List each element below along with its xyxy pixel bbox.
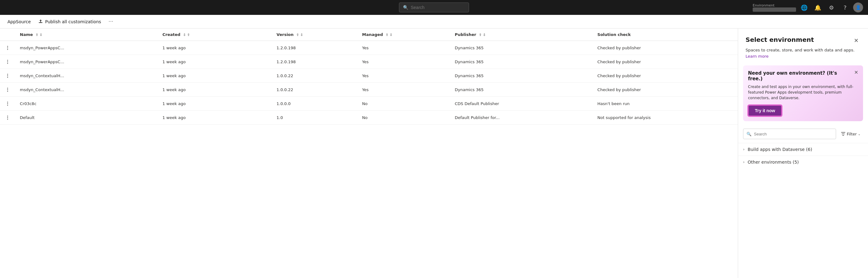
publish-icon: [38, 19, 43, 24]
filter-icon: [841, 132, 845, 136]
avatar[interactable]: 👤: [853, 2, 863, 12]
col-name-header[interactable]: Name ⇧ ⇩: [15, 29, 157, 41]
row-solution-check: Checked by publisher: [592, 83, 738, 97]
row-menu-cell[interactable]: [0, 41, 15, 55]
row-name: msdyn_ContextualH...: [15, 69, 157, 83]
row-solution-check: Checked by publisher: [592, 41, 738, 55]
row-name: Default: [15, 111, 157, 125]
dataverse-group-count: (6): [806, 147, 812, 152]
menu-dot: [7, 105, 8, 106]
row-context-menu[interactable]: [5, 100, 10, 106]
panel-close-button[interactable]: ✕: [852, 36, 861, 44]
menu-dot: [7, 74, 8, 75]
menu-dot: [7, 77, 8, 78]
col-created-header[interactable]: Created ⇩ ⇧: [157, 29, 272, 41]
row-name: msdyn_PowerAppsC...: [15, 41, 157, 55]
filter-chevron-icon: ⌄: [858, 132, 861, 136]
row-solution-check: Checked by publisher: [592, 55, 738, 69]
menu-dot: [7, 91, 8, 92]
created-sort-icon: ⇩ ⇧: [183, 33, 190, 37]
filter-label: Filter: [847, 132, 857, 136]
search-icon: 🔍: [403, 5, 408, 10]
nav-right-group: Environment 🌐 🔔 ⚙ ? 👤: [753, 2, 863, 13]
appsource-link[interactable]: AppSource: [5, 18, 33, 25]
menu-dot: [7, 61, 8, 62]
solutions-table: Name ⇧ ⇩ Created ⇩ ⇧ Version ⇧ ⇩ Managed…: [0, 29, 738, 125]
menu-dot: [7, 63, 8, 64]
settings-icon-button[interactable]: ⚙: [826, 2, 837, 13]
row-context-menu[interactable]: [5, 114, 10, 121]
env-search-input[interactable]: [754, 132, 833, 136]
promo-close-button[interactable]: ✕: [852, 68, 860, 76]
row-solution-check: Not supported for analysis: [592, 111, 738, 125]
more-options-button[interactable]: ···: [106, 18, 116, 26]
row-version: 1.2.0.198: [272, 55, 357, 69]
table-body: msdyn_PowerAppsC... 1 week ago 1.2.0.198…: [0, 41, 738, 125]
menu-dot: [7, 103, 8, 104]
filter-button[interactable]: Filter ⌄: [839, 130, 863, 137]
row-version: 1.0.0.0: [272, 97, 357, 111]
env-search-bar[interactable]: 🔍: [743, 129, 836, 139]
learn-more-link[interactable]: Learn more: [746, 54, 769, 59]
row-menu-cell[interactable]: [0, 55, 15, 69]
row-publisher: Dynamics 365: [450, 69, 592, 83]
row-context-menu[interactable]: [5, 44, 10, 51]
publish-all-button[interactable]: Publish all customizations: [36, 18, 103, 25]
row-managed: No: [357, 97, 450, 111]
row-created: 1 week ago: [157, 83, 272, 97]
try-it-now-button[interactable]: Try it now: [748, 105, 782, 116]
row-version: 1.2.0.198: [272, 41, 357, 55]
row-created: 1 week ago: [157, 111, 272, 125]
row-menu-cell[interactable]: [0, 111, 15, 125]
notifications-icon-button[interactable]: 🔔: [812, 2, 824, 13]
other-group-count: (5): [793, 160, 799, 164]
env-group-other: › Other environments (5): [738, 156, 868, 168]
row-publisher: Dynamics 365: [450, 41, 592, 55]
promo-description: Create and test apps in your own environ…: [748, 84, 858, 101]
env-group-dataverse-header[interactable]: › Build apps with Dataverse (6): [738, 143, 868, 156]
dataverse-chevron-icon: ›: [743, 147, 745, 152]
row-menu-cell[interactable]: [0, 97, 15, 111]
row-solution-check: Hasn't been run: [592, 97, 738, 111]
dataverse-group-label: Build apps with Dataverse (6): [748, 147, 863, 152]
menu-dot: [7, 89, 8, 90]
env-group-other-header[interactable]: › Other environments (5): [738, 156, 868, 168]
help-icon-button[interactable]: ?: [839, 2, 850, 13]
row-context-menu[interactable]: [5, 87, 10, 93]
row-name: Cr03c8c: [15, 97, 157, 111]
panel-header: Select environment ✕: [738, 29, 868, 47]
panel-subtitle: Spaces to create, store, and work with d…: [738, 47, 868, 62]
globe-icon-button[interactable]: 🌐: [799, 2, 810, 13]
table-row: msdyn_PowerAppsC... 1 week ago 1.2.0.198…: [0, 55, 738, 69]
search-input[interactable]: [411, 5, 465, 10]
row-menu-cell[interactable]: [0, 83, 15, 97]
menu-dot: [7, 102, 8, 102]
environment-value: [753, 7, 796, 12]
table-row: msdyn_ContextualH... 1 week ago 1.0.0.22…: [0, 83, 738, 97]
col-version-header[interactable]: Version ⇧ ⇩: [272, 29, 357, 41]
solutions-table-area: Name ⇧ ⇩ Created ⇩ ⇧ Version ⇧ ⇩ Managed…: [0, 29, 738, 278]
env-search-filter-row: 🔍 Filter ⌄: [738, 125, 868, 143]
publish-all-label: Publish all customizations: [45, 19, 101, 24]
main-area: Name ⇧ ⇩ Created ⇩ ⇧ Version ⇧ ⇩ Managed…: [0, 29, 868, 278]
global-search-bar[interactable]: 🔍: [399, 2, 469, 12]
row-managed: Yes: [357, 55, 450, 69]
row-solution-check: Checked by publisher: [592, 69, 738, 83]
row-managed: Yes: [357, 83, 450, 97]
row-version: 1.0.0.22: [272, 83, 357, 97]
col-managed-header[interactable]: Managed ⇧ ⇩: [357, 29, 450, 41]
row-menu-cell[interactable]: [0, 69, 15, 83]
version-sort-icon: ⇧ ⇩: [297, 33, 303, 37]
publisher-sort-icon: ⇧ ⇩: [479, 33, 486, 37]
row-created: 1 week ago: [157, 41, 272, 55]
env-search-icon: 🔍: [746, 132, 751, 136]
menu-dot: [7, 46, 8, 47]
row-created: 1 week ago: [157, 55, 272, 69]
col-publisher-header[interactable]: Publisher ⇧ ⇩: [450, 29, 592, 41]
panel-title: Select environment: [746, 36, 814, 43]
row-context-menu[interactable]: [5, 59, 10, 65]
row-context-menu[interactable]: [5, 72, 10, 79]
right-panel: Select environment ✕ Spaces to create, s…: [738, 29, 868, 278]
table-row: msdyn_PowerAppsC... 1 week ago 1.2.0.198…: [0, 41, 738, 55]
col-actions-header: [0, 29, 15, 41]
